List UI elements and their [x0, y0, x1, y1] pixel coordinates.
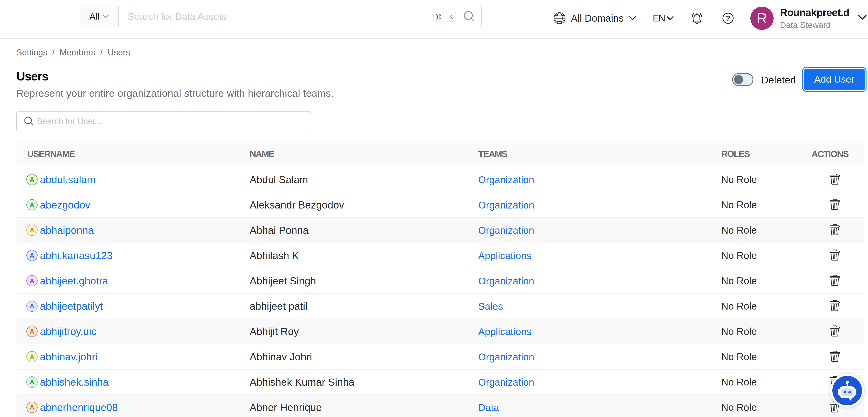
- svg-text:?: ?: [726, 14, 731, 22]
